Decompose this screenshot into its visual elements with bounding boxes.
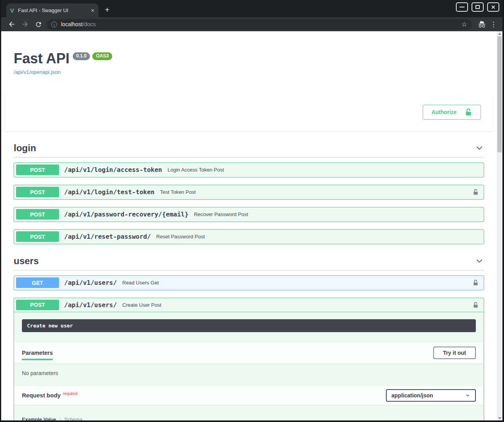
tab-separator [60, 417, 61, 420]
minimize-button[interactable] [456, 2, 468, 12]
browser-window: V Fast API - Swagger UI ✕ + ✕ i localhos… [0, 0, 504, 422]
endpoint-read-users[interactable]: GET /api/v1/users/ Read Users Get [14, 275, 484, 290]
example-area: Example Value Schema { [14, 405, 484, 420]
endpoint-password-recovery[interactable]: POST /api/v1/password-recovery/{email} R… [14, 207, 484, 222]
scrollbar-down-arrow[interactable] [497, 416, 502, 420]
browser-tab[interactable]: V Fast API - Swagger UI ✕ [6, 4, 99, 17]
endpoint-description: Test Token Post [160, 189, 196, 195]
endpoint-login-test-token[interactable]: POST /api/v1/login/test-token Test Token… [14, 185, 484, 200]
login-endpoints: POST /api/v1/login/access-token Login Ac… [14, 163, 484, 244]
endpoint-description: Read Users Get [122, 280, 159, 286]
section-title: login [14, 143, 36, 154]
endpoint-path: /api/v1/password-recovery/{email} [64, 211, 188, 218]
unlocked-padlock-icon [465, 108, 472, 116]
method-badge: POST [16, 165, 59, 175]
method-badge: POST [16, 209, 59, 220]
method-badge: GET [16, 277, 59, 288]
bookmark-star-icon[interactable]: ☆ [461, 20, 467, 29]
browser-titlebar: V Fast API - Swagger UI ✕ + ✕ [1, 0, 502, 17]
endpoint-path: /api/v1/login/access-token [64, 166, 162, 173]
method-badge: POST [16, 300, 59, 310]
tab-title: Fast API - Swagger UI [18, 7, 88, 13]
schema-tab[interactable]: Schema [65, 417, 83, 420]
endpoint-description: Reset Password Post [156, 234, 205, 240]
endpoint-description: Recover Password Post [194, 211, 248, 217]
new-tab-button[interactable]: + [105, 5, 109, 14]
try-it-out-button[interactable]: Try it out [433, 347, 476, 359]
parameters-tab[interactable]: Parameters [22, 346, 53, 360]
endpoint-create-user-summary[interactable]: POST /api/v1/users/ Create User Post [14, 298, 484, 312]
method-badge: POST [16, 231, 59, 242]
auth-lock-icon[interactable] [472, 188, 479, 196]
tab-close-icon[interactable]: ✕ [91, 8, 95, 13]
openapi-spec-link[interactable]: /api/v1/openapi.json [14, 69, 61, 75]
authorize-label: Authorize [431, 109, 457, 115]
version-badge: 0.1.0 [73, 52, 90, 60]
section-header-users[interactable]: users [14, 252, 484, 270]
endpoint-reset-password[interactable]: POST /api/v1/reset-password/ Reset Passw… [14, 229, 484, 244]
site-info-icon[interactable]: i [51, 21, 57, 27]
browser-navbar: i localhost/docs ☆ ⋮ [1, 17, 502, 31]
endpoint-description: Create User Post [122, 302, 161, 308]
no-parameters-text: No parameters [14, 363, 484, 386]
endpoint-create-user: POST /api/v1/users/ Create User Post [14, 298, 484, 420]
reload-button[interactable] [32, 18, 45, 30]
endpoint-path: /api/v1/reset-password/ [64, 233, 151, 240]
page-title: Fast API [14, 51, 70, 66]
auth-lock-icon[interactable] [472, 279, 479, 286]
scrollbar-thumb[interactable] [497, 36, 502, 152]
browser-menu-icon[interactable]: ⋮ [488, 20, 499, 29]
chevron-down-icon[interactable] [475, 256, 484, 266]
endpoint-description: Login Access Token Post [167, 167, 224, 173]
favicon-icon: V [10, 7, 14, 14]
window-controls: ✕ [456, 2, 499, 12]
operation-description: Create new user [22, 319, 476, 332]
maximize-button[interactable] [472, 2, 484, 12]
scrollbar-up-arrow[interactable] [497, 31, 502, 36]
section-title: users [14, 256, 39, 266]
content-type-select[interactable]: application/json [386, 389, 476, 402]
endpoint-login-access-token[interactable]: POST /api/v1/login/access-token Login Ac… [14, 163, 484, 177]
scheme-container: Authorize [5, 93, 493, 131]
page-content: Fast API 0.1.0 OAS3 /api/v1/openapi.json… [1, 31, 502, 420]
authorize-button[interactable]: Authorize [423, 105, 481, 120]
request-body-label: Request body [22, 392, 61, 399]
endpoint-path: /api/v1/users/ [64, 279, 117, 286]
api-info: Fast API 0.1.0 OAS3 /api/v1/openapi.json [14, 51, 484, 75]
example-value-tab[interactable]: Example Value [22, 417, 56, 420]
chevron-down-icon [465, 393, 470, 398]
section-header-login[interactable]: login [14, 139, 484, 157]
chevron-down-icon[interactable] [475, 143, 484, 153]
method-badge: POST [16, 187, 59, 197]
back-button[interactable] [5, 18, 18, 30]
page-scrollbar[interactable] [497, 31, 502, 420]
endpoint-path: /api/v1/login/test-token [64, 188, 154, 196]
oas3-badge: OAS3 [92, 52, 112, 60]
parameters-header: Parameters Try it out [14, 343, 484, 363]
request-body-header: Request body required application/json [14, 386, 484, 405]
endpoint-path: /api/v1/users/ [64, 301, 117, 309]
url-text: localhost/docs [61, 21, 96, 27]
incognito-icon [475, 18, 488, 30]
close-button[interactable]: ✕ [487, 2, 499, 12]
required-badge: required [63, 392, 77, 396]
content-type-value: application/json [391, 392, 433, 399]
endpoint-body: Create new user Parameters Try it out No… [14, 319, 484, 420]
auth-lock-icon[interactable] [472, 301, 479, 309]
users-endpoints: GET /api/v1/users/ Read Users Get [14, 275, 484, 420]
address-bar[interactable]: i localhost/docs ☆ [47, 19, 472, 30]
forward-button[interactable] [18, 18, 32, 30]
